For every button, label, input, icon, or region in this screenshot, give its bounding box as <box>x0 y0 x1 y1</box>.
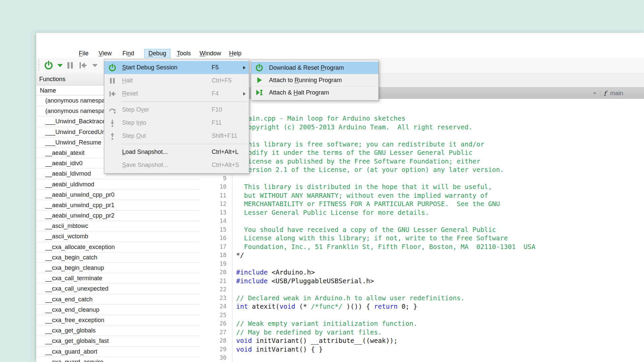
function-row[interactable]: __cxa_call_terminate <box>36 273 200 284</box>
menu-item-halt[interactable]: HaltCtrl+F5 <box>104 74 249 87</box>
menu-item-start-debug-session[interactable]: Start Debug SessionF5 <box>104 61 249 74</box>
function-row[interactable]: __cxa_guard_abort <box>36 347 200 357</box>
line-number: 13 <box>200 208 232 217</box>
menubar-item-window[interactable]: Window <box>200 49 221 57</box>
code-text: version 2.1 of the License, or (at your … <box>232 166 504 174</box>
menu-item-attach-halt-program[interactable]: Attach & Halt Program <box>251 86 378 99</box>
code-line: 29void initVariant() { } <box>200 345 644 354</box>
code-text: #include <USB/PluggableUSBSerial.h> <box>232 277 374 286</box>
code-text: License as published by the Free Softwar… <box>232 157 480 166</box>
function-row[interactable]: __cxa_guard_acquire <box>36 357 200 362</box>
code-text: modify it under the terms of the GNU Les… <box>232 148 472 157</box>
menu-item-shortcut: F10 <box>212 106 222 113</box>
power-icon[interactable] <box>44 60 54 70</box>
function-row[interactable]: __cxa_begin_catch <box>36 252 200 263</box>
toolbar-grip[interactable] <box>38 60 39 71</box>
line-number: 9 <box>200 174 232 183</box>
menubar-item-tools[interactable]: Tools <box>177 49 191 57</box>
code-line: 19 <box>200 260 644 268</box>
reset-icon <box>108 89 117 98</box>
menu-item-reset[interactable]: ResetF4 <box>104 87 249 100</box>
menu-item-label: Download & Reset Program <box>269 64 344 71</box>
menubar-item-view[interactable]: View <box>99 49 112 57</box>
code-text: MERCHANTABILITY or FITNESS FOR A PARTICU… <box>232 200 500 208</box>
line-number: 20 <box>200 268 232 277</box>
function-row[interactable]: __cxa_end_cleanup <box>36 305 200 315</box>
code-line: 22 <box>200 285 644 294</box>
menubar-item-find[interactable]: Find <box>122 49 134 57</box>
menu-item-attach-to-running-program[interactable]: Attach to Running Program <box>251 74 378 86</box>
menubar-item-help[interactable]: Help <box>229 49 241 57</box>
menu-item-download-reset-program[interactable]: Download & Reset Program <box>251 62 378 74</box>
function-row[interactable]: __ascii_wctomb <box>36 231 200 242</box>
function-row[interactable]: __aeabi_unwind_cpp_pr0 <box>36 190 200 200</box>
code-line: 10 This library is distributed in the ho… <box>200 183 644 191</box>
code-text: */ <box>232 251 244 260</box>
code-line: 15 You should have received a copy of th… <box>200 226 644 234</box>
menu-item-shortcut: Ctrl+Alt+L <box>212 148 238 156</box>
code-line: 13 Lesser General Public License for mor… <box>200 208 644 217</box>
function-row[interactable]: __cxa_allocate_exception <box>36 242 200 252</box>
function-row[interactable]: __ascii_mbtowc <box>36 221 200 231</box>
code-text: Foundation, Inc., 51 Franklin St, Fifth … <box>232 243 535 251</box>
code-text: // Declared weak in Arduino.h to allow u… <box>232 294 465 303</box>
code-line: 28void initVariant() __attribute__((weak… <box>200 337 644 345</box>
code-text: int atexit(void (* /*func*/ )()) { retur… <box>232 302 417 311</box>
function-navigator[interactable]: f main <box>592 88 623 99</box>
line-number: 24 <box>200 302 232 311</box>
chevron-down-icon[interactable] <box>592 91 597 96</box>
line-number: 23 <box>200 294 232 303</box>
code-line: 4 <box>200 131 644 140</box>
code-text: // Weak empty variant initialization fun… <box>232 319 417 328</box>
function-row[interactable]: __cxa_call_unexpected <box>36 284 200 294</box>
code-line: 23// Declared weak in Arduino.h to allow… <box>200 294 644 303</box>
code-line: 26// Weak empty variant initialization f… <box>200 319 644 328</box>
menubar-item-file[interactable]: File <box>79 49 89 57</box>
function-row[interactable]: __aeabi_uldivmod <box>36 179 200 190</box>
chevron-down-icon[interactable] <box>55 60 65 70</box>
menu-item-shortcut: Ctrl+F5 <box>212 77 232 84</box>
code-text <box>232 354 236 362</box>
line-number: 30 <box>200 354 232 362</box>
function-row[interactable]: __cxa_begin_cleanup <box>36 263 200 273</box>
menu-item-shortcut: F4 <box>212 90 219 97</box>
code-line: 21#include <USB/PluggableUSBSerial.h> <box>200 277 644 286</box>
code-text <box>232 174 236 183</box>
power-icon <box>255 63 264 72</box>
menu-item-step-out[interactable]: Step OutShift+F11 <box>104 129 249 142</box>
submenu-arrow-icon <box>243 92 246 96</box>
function-row[interactable]: __aeabi_unwind_cpp_pr2 <box>36 210 200 221</box>
menu-item-save-snapshot[interactable]: Save Snapshot...Ctrl+Alt+S <box>104 159 249 172</box>
function-row[interactable]: __cxa_end_catch <box>36 294 200 305</box>
code-line: 27// May be redefined by variant files. <box>200 328 644 337</box>
menu-item-label: Load Snapshot... <box>122 148 168 156</box>
code-text: You should have received a copy of the G… <box>232 226 496 234</box>
pause-icon[interactable] <box>65 60 75 70</box>
desktop-background-strip <box>33 33 36 362</box>
function-row[interactable]: __cxa_get_globals_fast <box>36 336 200 346</box>
reset-icon[interactable] <box>78 60 88 70</box>
line-number: 29 <box>200 345 232 354</box>
pause-icon <box>108 76 117 85</box>
start-debug-session-submenu: Download & Reset ProgramAttach to Runnin… <box>251 60 379 101</box>
line-number: 18 <box>200 251 232 260</box>
code-line: 5 This library is free software; you can… <box>200 140 644 149</box>
line-number: 11 <box>200 191 232 200</box>
function-row[interactable]: __aeabi_unwind_cpp_pr1 <box>36 200 200 210</box>
function-row[interactable]: __cxa_get_globals <box>36 325 200 336</box>
code-text <box>232 285 236 294</box>
code-editor[interactable]: 1/*2 main.cpp - Main loop for Arduino sk… <box>200 99 644 362</box>
menu-item-step-into[interactable]: Step IntoF11 <box>104 116 249 129</box>
line-number: 19 <box>200 260 232 268</box>
current-function-name[interactable]: main <box>610 90 623 97</box>
menubar-item-debug[interactable]: Debug <box>144 49 170 58</box>
chevron-down-icon[interactable] <box>90 60 100 70</box>
menu-item-shortcut: Shift+F11 <box>212 132 237 139</box>
menu-item-load-snapshot[interactable]: Load Snapshot...Ctrl+Alt+L <box>104 145 249 159</box>
power-icon <box>108 63 117 72</box>
code-line: 12 MERCHANTABILITY or FITNESS FOR A PART… <box>200 200 644 208</box>
menu-item-step-over[interactable]: Step OverF10 <box>104 103 249 116</box>
code-line: 7 License as published by the Free Softw… <box>200 157 644 166</box>
function-row[interactable]: __cxa_free_exception <box>36 315 200 325</box>
menu-separator <box>104 100 249 103</box>
